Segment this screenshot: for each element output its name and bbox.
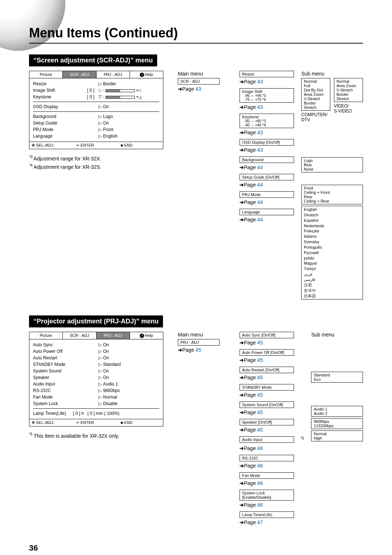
scr-footnotes: *3 Adjustment range for XR-32X. *4 Adjus… (29, 154, 163, 171)
tree-item-box: Image Shift-96 ↔ +96 *3-75 ↔ +75 *4 (240, 88, 294, 103)
osd-tab-picture: Picture (29, 332, 63, 339)
tree-item-box: Keystone-80 ↔ +80 *3-40 ↔ +40 *4 (240, 114, 294, 128)
tree-item-box: Resize (240, 71, 294, 77)
tree-main-box: SCR - ADJ (178, 78, 220, 85)
osd-label: Image Shift (33, 88, 68, 93)
osd-label: System Sound (33, 368, 68, 374)
page-link: ➔Page 46 (240, 445, 304, 451)
page-link: ➔Page 45 (178, 347, 232, 353)
tree-main-box: PRJ - ADJ (178, 339, 220, 346)
osd-value: Standard (103, 362, 159, 367)
end-icon: ■ (121, 420, 123, 425)
osd-value: Audio 1 (103, 381, 159, 387)
prj-adj-section: Picture SCR - ADJ PRJ - ADJ ?Help Auto S… (29, 332, 363, 529)
page-link: ➔Page 44 (240, 164, 294, 170)
arrow-icon: ▷ (97, 362, 103, 367)
osd-label: Auto Restart (33, 355, 68, 360)
osd-label: Keystone (33, 94, 68, 99)
page-link: ➔Page 43 (178, 86, 232, 92)
osd-label: System Lock (33, 401, 68, 406)
tree-item-box: Auto Sync [On/Off] (240, 332, 294, 338)
tree-item-box: RS-232C (240, 455, 294, 461)
prj-osd-box: Picture SCR - ADJ PRJ - ADJ ?Help Auto S… (29, 332, 163, 427)
osd-label: PRJ Mode (33, 127, 68, 132)
tree-item-box: OSD Display [On/Off] (240, 139, 294, 146)
sub-list: NormalArea ZoomV-StretchBorderStretch (334, 78, 363, 102)
page-link: ➔Page 43 (240, 104, 294, 110)
tree-item-box: Speaker [On/Off] (240, 419, 294, 425)
arrow-icon: ▷ (97, 395, 103, 400)
sub-note: VIDEO/S-VIDEO (334, 103, 363, 114)
page-link: ➔Page 43 (240, 130, 294, 135)
osd-value: On (103, 368, 159, 374)
osd-label: Language (33, 134, 68, 139)
page-link: ➔Page 46 (240, 463, 304, 469)
enter-icon: ↵ (76, 143, 79, 147)
arrow-icon: ▷ (97, 381, 103, 387)
osd-tab-scr-adj: SCR - ADJ (63, 71, 96, 78)
help-icon: ? (140, 73, 144, 77)
osd-tab-prj-adj: PRJ - ADJ (97, 332, 130, 339)
sub-list: LogoBlueNone (301, 157, 363, 172)
osd-value: Normal (103, 395, 159, 400)
osd-tab-picture: Picture (29, 71, 63, 78)
tree-item-box: Fan Mode (240, 472, 294, 479)
sub-menu-label: Sub menu (311, 332, 363, 338)
help-icon: ? (140, 334, 144, 338)
arrow-icon: ▷ (97, 401, 103, 406)
osd-tab-scr-adj: SCR - ADJ (63, 332, 96, 339)
main-menu-label: Main menu (178, 332, 232, 338)
page-number: 36 (29, 543, 363, 553)
sel-adj-icon: ✥ (32, 143, 35, 147)
tree-item-box: Lamp Timer(Life) (240, 511, 294, 518)
tree-item-box: Audio Input (240, 436, 294, 443)
arrow-icon: ▷ (97, 104, 103, 109)
arrow-icon: ▷ (97, 355, 103, 360)
scr-adj-header: “Screen adjustment (SCR-ADJ)” menu (29, 54, 157, 66)
sub-list: StandardEco (311, 372, 363, 383)
sub-list: Audio 1Audio 2 (311, 406, 363, 417)
osd-value: Disable (103, 401, 159, 406)
page-link: ➔Page 46 (240, 480, 304, 486)
page-link: ➔Page 45 (240, 375, 304, 380)
arrow-icon: ▷ (97, 81, 103, 86)
sub-note: COMPUTER/DTV (301, 112, 330, 122)
osd-label: Audio Input (33, 381, 68, 387)
tree-item-box: Language (240, 209, 294, 215)
sel-adj-icon: ✥ (32, 420, 35, 425)
page-title: Menu Items (Continued) (29, 25, 363, 41)
sub-menu-label: Sub menu (301, 71, 363, 77)
page-link: ➔Page 44 (240, 182, 294, 188)
scr-adj-section: Picture SCR - ADJ PRJ - ADJ ?Help Resize… (29, 71, 363, 301)
tree-item-box: STANDBY Mode (240, 384, 294, 391)
osd-value: Border (103, 81, 159, 86)
arrow-icon: ▷ (97, 368, 103, 374)
page-link: ➔Page 44 (240, 217, 294, 223)
language-list: EnglishDeutschEspañolNederlandsFrançaisI… (301, 206, 363, 299)
arrow-icon: ▷ (97, 342, 103, 347)
osd-value: On (103, 355, 159, 360)
osd-label: Auto Power Off (33, 349, 68, 354)
osd-value: On (103, 349, 159, 354)
osd-tab-help: ?Help (130, 71, 163, 78)
tree-item-box: Background (240, 156, 294, 163)
arrow-icon: ▷ (97, 375, 103, 380)
osd-tab-help: ?Help (130, 332, 163, 339)
osd-label: Resize (33, 81, 68, 86)
tree-item-box: PRJ Mode (240, 191, 294, 198)
osd-label: OSD Display (33, 104, 68, 109)
page-link: ➔Page 45 (240, 357, 304, 363)
title-rule (29, 43, 363, 44)
page-link: ➔Page 43 (240, 147, 294, 153)
osd-label: Setup Guide (33, 121, 68, 126)
osd-label: RS-232C (33, 388, 68, 393)
page-link: ➔Page 45 (240, 427, 304, 433)
osd-value: On (103, 375, 159, 380)
page-link: ➔Page 47 (240, 519, 304, 525)
page-link: ➔Page 45 (240, 409, 304, 415)
osd-value: 9600bps (103, 388, 159, 393)
osd-value: On (103, 342, 159, 347)
osd-label: Lamp Timer(Life) (33, 411, 73, 416)
page-link: ➔Page 44 (240, 199, 294, 205)
tree-item-box: System Lock[Enable/Disable] (240, 490, 294, 501)
